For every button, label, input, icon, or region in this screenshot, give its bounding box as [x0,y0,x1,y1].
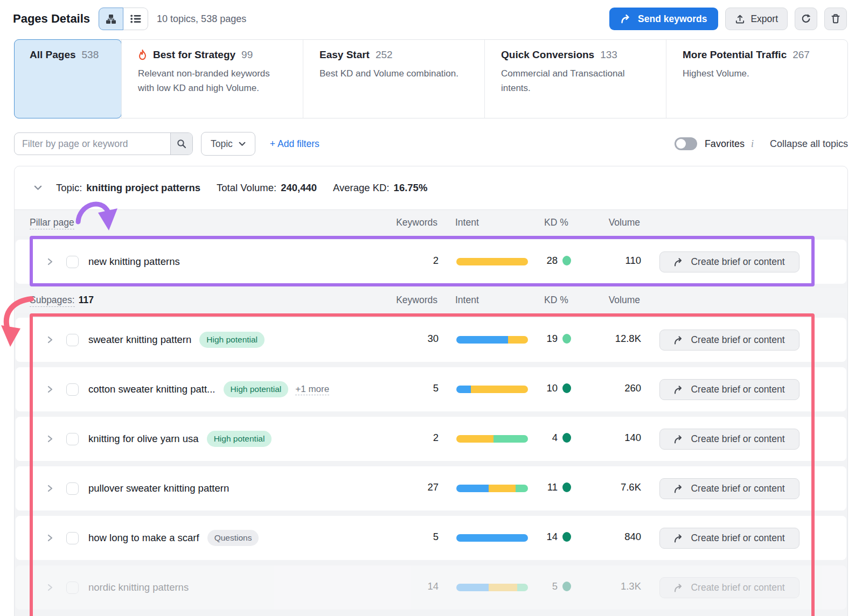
filter-bar: Topic + Add filters Favorites i Collapse… [14,132,848,155]
tab-best-for-strategy[interactable]: Best for Strategy99 Relevant non-branded… [121,40,303,118]
create-brief-button[interactable]: Create brief or content [659,251,800,272]
average-kd-value: 16.75% [394,182,428,194]
page-name[interactable]: new knitting patterns [88,256,180,268]
kd-cell: 14 [471,531,571,543]
row-checkbox[interactable] [66,334,79,346]
table-row: pullover sweater knitting pattern 27 11 … [16,466,846,510]
column-header-intent: Intent [455,217,479,228]
row-checkbox[interactable] [66,532,79,544]
keywords-count: 14 [363,580,439,592]
app-header: Pages Details 10 topics, 538 pages Send … [0,0,862,36]
kd-value: 19 [546,333,558,345]
refresh-button[interactable] [795,8,817,30]
volume-value: 12.8K [566,333,641,345]
volume-value: 840 [566,531,641,543]
create-brief-arrow-icon [674,336,685,345]
subpages-rows-container: sweater knitting pattern High potential … [15,313,847,616]
volume-value: 1.3K [566,580,641,592]
kd-value: 11 [547,481,558,493]
page-name[interactable]: pullover sweater knitting pattern [88,482,229,494]
create-brief-button[interactable]: Create brief or content [659,478,800,499]
create-brief-arrow-icon [674,534,685,543]
expand-row-chevron-icon[interactable] [44,333,57,347]
row-checkbox[interactable] [66,482,79,495]
create-brief-button[interactable]: Create brief or content [659,528,800,549]
keywords-count: 27 [363,481,439,493]
kd-value: 4 [552,432,558,444]
page-name[interactable]: knitting for olive yarn usa [88,433,199,445]
hierarchy-view-button[interactable] [99,8,123,30]
tab-all-pages[interactable]: All Pages538 [14,39,122,118]
kd-cell: 10 [471,382,571,394]
kd-value: 28 [546,255,558,267]
expand-row-chevron-icon[interactable] [44,432,57,446]
kd-cell: 5 [471,580,571,592]
page-title: Pages Details [13,12,90,26]
expand-row-chevron-icon[interactable] [44,531,57,545]
favorites-toggle[interactable] [675,137,697,150]
delete-button[interactable] [824,8,847,30]
row-checkbox[interactable] [66,433,79,445]
create-brief-button[interactable]: Create brief or content [659,429,800,450]
collapse-topic-chevron-icon[interactable] [34,185,42,191]
kd-value: 14 [546,531,558,543]
add-filters-link[interactable]: + Add filters [270,138,319,150]
column-header-volume: Volume [565,295,640,306]
page-name[interactable]: cotton sweater knitting patt... [88,383,215,395]
view-toggle [99,8,148,30]
badge: High potential [207,431,272,447]
kd-value: 10 [546,382,558,394]
export-button[interactable]: Export [725,8,788,30]
pages-table: Pillar page Keywords Intent KD % Volume … [15,209,847,616]
expand-row-chevron-icon[interactable] [44,255,57,269]
create-brief-button[interactable]: Create brief or content [659,330,800,351]
page-name[interactable]: how long to make a scarf [88,532,199,544]
list-view-button[interactable] [123,8,148,30]
table-row: how long to make a scarf Questions 5 14 … [16,516,846,560]
kd-cell: 19 [471,333,571,345]
page-name[interactable]: sweater knitting pattern [88,334,191,346]
tab-quick-conversions[interactable]: Quick Conversions133 Commercial and Tran… [484,40,666,118]
row-checkbox[interactable] [66,256,79,268]
volume-value: 260 [566,382,641,394]
pillar-page-header[interactable]: Pillar page [30,217,74,229]
tab-easy-start[interactable]: Easy Start252 Best KD and Volume combina… [303,40,484,118]
topic-name: knitting project patterns [86,182,200,194]
subpages-header[interactable]: Subpages: [30,295,75,307]
topic-panel: Topic:knitting project patterns Total Vo… [14,166,848,616]
table-row: nordic knitting patterns 14 5 1.3K Creat… [16,565,846,610]
keywords-count: 5 [363,531,439,543]
table-row: cotton sweater knitting patt... High pot… [16,367,846,411]
tab-more-potential-traffic[interactable]: More Potential Traffic267 Highest Volume… [666,40,847,118]
info-icon[interactable]: i [751,138,754,150]
refresh-icon [801,13,811,24]
row-checkbox[interactable] [66,582,79,594]
expand-row-chevron-icon[interactable] [44,382,57,396]
intent-segment [456,386,471,393]
search-button[interactable] [170,133,192,155]
create-brief-button[interactable]: Create brief or content [659,379,800,400]
search-input[interactable] [15,133,170,155]
kd-cell: 11 [471,481,571,493]
search-icon [177,139,186,149]
trash-icon [830,13,841,24]
page-name[interactable]: nordic knitting patterns [88,582,189,593]
kd-cell: 28 [471,255,571,267]
pillar-table-header: Pillar page Keywords Intent KD % Volume [15,209,847,236]
badge: High potential [199,332,265,348]
table-row: sweater knitting pattern High potential … [16,318,846,362]
create-brief-arrow-icon [674,435,685,444]
row-checkbox[interactable] [66,383,79,396]
expand-row-chevron-icon[interactable] [44,481,57,495]
keywords-count: 2 [363,255,439,267]
create-brief-button[interactable]: Create brief or content [659,577,800,598]
topic-filter-dropdown[interactable]: Topic [201,132,255,156]
column-header-keywords: Keywords [362,295,437,306]
list-icon [130,15,141,23]
collapse-all-topics-link[interactable]: Collapse all topics [770,138,848,150]
more-badges-link[interactable]: +1 more [295,384,329,395]
column-header-keywords: Keywords [362,217,437,228]
send-keywords-button[interactable]: Send keywords [609,8,718,30]
expand-row-chevron-icon[interactable] [44,580,57,594]
create-brief-arrow-icon [674,485,685,493]
